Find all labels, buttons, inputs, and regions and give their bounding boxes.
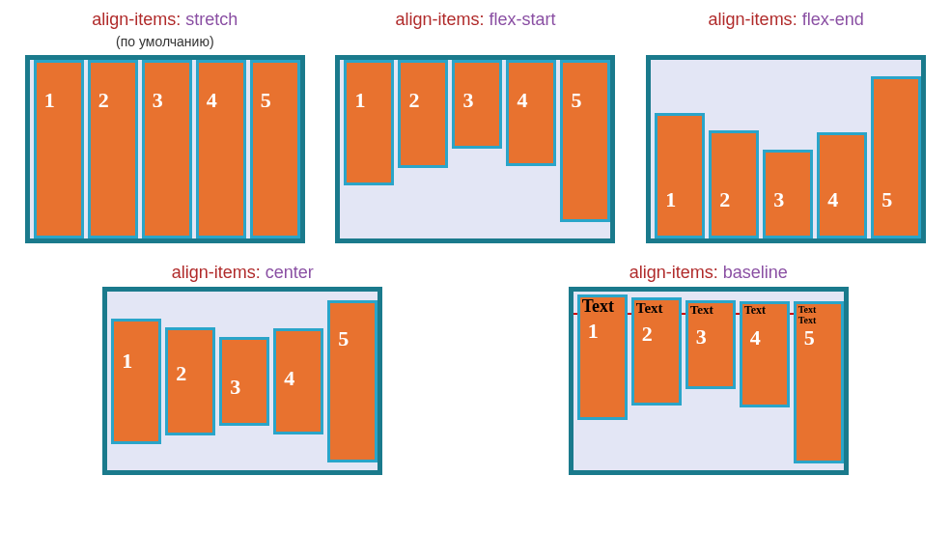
item-number: 2 (642, 322, 653, 347)
flex-item: 1 (344, 60, 394, 185)
property-label: align-items (629, 263, 713, 282)
flex-item: 5 (871, 76, 921, 238)
container-baseline: Text1 Text2 Text3 Text4 TextText5 (569, 287, 849, 475)
item-number: 1 (354, 88, 365, 113)
item-number: 4 (284, 366, 294, 391)
item-number: 3 (230, 375, 240, 400)
item-number: 3 (773, 187, 784, 212)
baseline-text: Text (634, 300, 679, 317)
example-stretch: align-items: stretch (по умолчанию) 1 2 … (25, 10, 305, 243)
item-number: 4 (750, 325, 761, 350)
flex-item: 2 (398, 60, 448, 168)
flex-item: 4 (273, 328, 323, 434)
example-flex-start: align-items: flex-start - 1 2 3 4 5 (335, 10, 615, 243)
value-flex-end: flex-end (802, 10, 864, 29)
flex-item: 5 (560, 60, 610, 222)
flex-item: Text1 (577, 294, 628, 420)
container-center: 1 2 3 4 5 (102, 287, 382, 475)
example-flex-end: align-items: flex-end - 1 2 3 4 5 (646, 10, 926, 243)
flex-item: 2 (709, 130, 759, 238)
item-number: 2 (719, 187, 730, 212)
item-number: 4 (517, 88, 527, 113)
item-number: 5 (338, 326, 349, 351)
baseline-text: Text (797, 304, 841, 315)
title-stretch: align-items: stretch (92, 10, 238, 30)
item-number: 1 (122, 349, 132, 374)
flex-item: 4 (506, 60, 556, 166)
baseline-text: Text (688, 303, 733, 317)
item-number: 2 (98, 88, 109, 113)
item-number: 3 (696, 324, 707, 350)
baseline-text: Text (797, 315, 841, 325)
item-number: 2 (408, 88, 419, 113)
container-flex-end: 1 2 3 4 5 (646, 55, 926, 243)
example-center: align-items: center 1 2 3 4 5 (102, 263, 382, 475)
flex-item: Text3 (685, 300, 736, 389)
item-number: 1 (588, 319, 599, 344)
value-stretch: stretch (185, 10, 238, 29)
item-number: 5 (881, 187, 892, 212)
flex-item: 4 (196, 60, 246, 238)
title-center: align-items: center (172, 263, 314, 283)
item-number: 3 (153, 88, 163, 113)
flex-item: 1 (655, 113, 705, 238)
item-number: 1 (44, 88, 55, 113)
flex-item: 5 (327, 300, 378, 462)
baseline-text: Text (742, 304, 787, 317)
value-flex-start: flex-start (489, 10, 556, 29)
item-number: 5 (804, 325, 815, 350)
example-baseline: align-items: baseline Text1 Text2 Text3 … (569, 263, 849, 475)
flex-item: 2 (165, 327, 215, 435)
property-label: align-items (395, 10, 479, 29)
property-label: align-items (92, 10, 176, 29)
property-label: align-items (172, 263, 256, 282)
flex-item: 5 (250, 60, 300, 238)
title-baseline: align-items: baseline (629, 263, 788, 283)
item-number: 3 (462, 88, 473, 113)
container-stretch: 1 2 3 4 5 (25, 55, 305, 243)
flex-item: 3 (452, 60, 502, 149)
flex-item: Text2 (631, 297, 682, 406)
item-number: 2 (176, 361, 186, 386)
item-number: 4 (827, 187, 838, 212)
flex-item: TextText5 (794, 301, 844, 463)
value-baseline: baseline (723, 263, 788, 282)
flex-item: Text4 (740, 301, 790, 407)
flex-item: 3 (142, 60, 192, 238)
property-label: align-items (709, 10, 793, 29)
flex-item: 3 (219, 337, 269, 426)
item-number: 4 (207, 88, 217, 113)
item-number: 1 (665, 187, 676, 212)
item-number: 5 (261, 88, 271, 113)
title-flex-end: align-items: flex-end (709, 10, 864, 30)
flex-item: 1 (34, 60, 84, 238)
flex-item: 2 (88, 60, 138, 238)
value-center: center (266, 263, 314, 282)
title-flex-start: align-items: flex-start (395, 10, 555, 30)
subtitle-stretch: (по умолчанию) (116, 34, 214, 49)
flex-item: 1 (111, 319, 161, 444)
baseline-text: Text (580, 297, 625, 317)
container-flex-start: 1 2 3 4 5 (335, 55, 615, 243)
flex-item: 3 (763, 150, 813, 238)
flex-item: 4 (817, 132, 867, 238)
item-number: 5 (571, 88, 581, 113)
